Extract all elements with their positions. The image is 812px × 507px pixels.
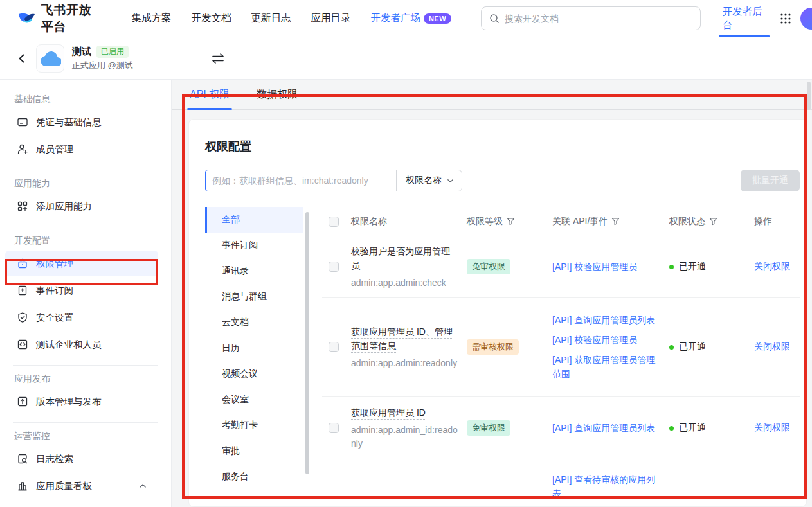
category-item-approval[interactable]: 审批 (205, 438, 303, 464)
row-checkbox[interactable] (329, 262, 339, 272)
app-grid-icon[interactable] (780, 13, 791, 24)
row-checkbox[interactable] (329, 342, 339, 352)
filter-icon[interactable] (507, 217, 515, 226)
api-link[interactable]: [API] 查看待审核的应用列表 (552, 472, 663, 501)
doc-search-input[interactable] (505, 13, 692, 24)
permission-search-input[interactable] (205, 170, 397, 191)
sidebar-item-log-search[interactable]: 日志检索 (5, 446, 158, 472)
category-list: 全部 事件订阅 通讯录 消息与群组 云文档 日历 视频会议 会议室 考勤打卡 审… (205, 207, 303, 490)
api-link[interactable]: [API] 查询应用管理员列表 (552, 313, 663, 327)
table-header-row: 权限名称 权限等级 关联 API/事件 权限状态 (322, 207, 800, 236)
api-link[interactable]: [API] 校验应用管理员 (552, 260, 663, 274)
sidebar-item-label: 凭证与基础信息 (36, 116, 102, 129)
api-link[interactable]: [API] 查询应用管理员列表 (552, 421, 663, 435)
permission-config-panel: 权限配置 权限名称 批量开通 全部 事件订阅 通讯录 (188, 119, 807, 507)
bulk-enable-button[interactable]: 批量开通 (741, 170, 800, 191)
close-permission-link[interactable]: 关闭权限 (754, 261, 790, 271)
nav-item-docs[interactable]: 开发文档 (191, 12, 231, 25)
doc-search-box[interactable] (481, 6, 701, 30)
permission-level-badge: 需审核权限 (467, 339, 519, 355)
select-all-checkbox[interactable] (329, 217, 339, 227)
app-subtitle: 正式应用 @测试 (72, 60, 133, 71)
sidebar-section-basic-info: 基础信息 (0, 94, 171, 108)
shield-check-icon (17, 312, 28, 323)
bookmark-add-icon (17, 285, 28, 296)
nav-item-changelog[interactable]: 更新日志 (251, 12, 291, 25)
api-link[interactable]: [API] 获取应用管理员管理范围 (552, 353, 663, 381)
nav-item-developer-plaza[interactable]: 开发者广场 NEW (370, 12, 451, 25)
nav-item-app-directory[interactable]: 应用目录 (311, 12, 350, 25)
switch-app-icon[interactable] (212, 53, 224, 64)
api-link[interactable]: [API] 校验应用管理员 (552, 333, 663, 347)
person-add-icon (17, 143, 28, 155)
sidebar-item-event-subscription[interactable]: 事件订阅 (5, 278, 158, 303)
code-box-icon (17, 339, 28, 350)
divider (13, 422, 158, 423)
sidebar-item-security-settings[interactable]: 安全设置 (5, 305, 158, 330)
sidebar-section-app-release: 应用发布 (0, 373, 171, 387)
permission-content: 全部 事件订阅 通讯录 消息与群组 云文档 日历 视频会议 会议室 考勤打卡 审… (205, 207, 800, 490)
app-meta: 测试 已启用 正式应用 @测试 (72, 46, 133, 71)
status-text: 已开通 (679, 341, 706, 353)
filter-icon[interactable] (611, 217, 620, 226)
sidebar-section-dev-config: 开发配置 (0, 235, 171, 249)
user-avatar[interactable] (800, 8, 812, 30)
feishu-logo-icon (17, 10, 36, 28)
tab-data-permissions[interactable]: 数据权限 (254, 88, 300, 109)
close-permission-link[interactable]: 关闭权限 (754, 422, 790, 432)
permission-name[interactable]: 获取应用管理员 ID (351, 405, 458, 420)
category-item-video-meeting[interactable]: 视频会议 (205, 361, 303, 387)
permission-code: admin:app.admin:readonly (351, 357, 458, 370)
divider (13, 170, 158, 170)
category-item-event[interactable]: 事件订阅 (205, 233, 303, 258)
scrollbar-thumb[interactable] (305, 212, 309, 474)
close-permission-link[interactable]: 关闭权限 (754, 341, 790, 351)
tab-developer-console-label: 开发者后台 (723, 5, 766, 32)
category-item-calendar[interactable]: 日历 (205, 335, 303, 361)
status-dot (669, 345, 674, 350)
permission-tabbar: API 权限 数据权限 (172, 80, 812, 110)
sidebar-item-quality-dashboard[interactable]: 应用质量看板 (5, 473, 158, 499)
category-item-helpdesk[interactable]: 服务台 (205, 464, 303, 490)
category-item-meeting-room[interactable]: 会议室 (205, 387, 303, 413)
divider (13, 365, 158, 366)
category-item-docs[interactable]: 云文档 (205, 310, 303, 335)
row-checkbox[interactable] (329, 423, 339, 433)
panel-title: 权限配置 (205, 139, 800, 154)
sidebar-item-version-release[interactable]: 版本管理与发布 (5, 389, 158, 414)
sidebar-item-add-capability[interactable]: 添加应用能力 (5, 193, 158, 219)
filter-icon[interactable] (709, 217, 717, 226)
status-dot (669, 426, 674, 431)
permission-code: admin:app.admin:check (351, 276, 458, 290)
tab-developer-console[interactable]: 开发者后台 (715, 0, 773, 37)
header-related-api: 关联 API/事件 (552, 216, 608, 227)
app-name: 测试 (72, 46, 91, 58)
category-item-messages[interactable]: 消息与群组 (205, 284, 303, 310)
chevron-up-icon[interactable] (139, 482, 147, 490)
sidebar-item-members[interactable]: 成员管理 (5, 136, 158, 162)
scrollbar-thumb[interactable] (807, 82, 811, 110)
search-field-select[interactable]: 权限名称 (396, 170, 462, 191)
sidebar-item-label: 安全设置 (36, 312, 73, 324)
header-permission-name: 权限名称 (351, 216, 467, 227)
sidebar-item-test-company[interactable]: 测试企业和人员 (5, 332, 158, 357)
category-item-all[interactable]: 全部 (205, 207, 303, 233)
header-permission-level: 权限等级 (467, 216, 503, 227)
tab-api-permissions[interactable]: API 权限 (187, 88, 232, 109)
chevron-down-icon (447, 177, 454, 184)
permission-name[interactable]: 校验用户是否为应用管理员 (351, 244, 458, 272)
back-button[interactable] (13, 49, 31, 67)
nav-item-integration[interactable]: 集成方案 (131, 12, 171, 25)
sidebar: 基础信息 凭证与基础信息 成员管理 应用能力 添加应用能力 开发配置 (0, 80, 172, 507)
category-scrollbar[interactable] (303, 207, 312, 490)
logo[interactable]: 飞书开放平台 (17, 2, 103, 35)
sidebar-item-permissions[interactable]: 权限管理 (5, 251, 158, 276)
category-item-attendance[interactable]: 考勤打卡 (205, 413, 303, 438)
sidebar-item-label: 成员管理 (36, 143, 73, 156)
app-header: 测试 已启用 正式应用 @测试 (0, 37, 812, 80)
sidebar-item-credentials[interactable]: 凭证与基础信息 (5, 109, 158, 135)
app-status-badge: 已启用 (96, 46, 129, 58)
permission-name[interactable]: 获取应用管理员 ID、管理范围等信息 (351, 325, 458, 353)
category-item-contacts[interactable]: 通讯录 (205, 258, 303, 284)
grid-add-icon (17, 200, 28, 212)
